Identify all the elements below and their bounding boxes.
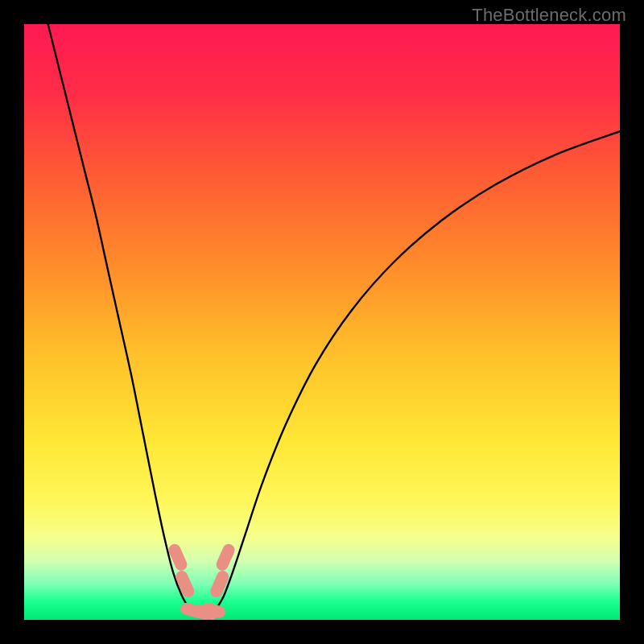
gradient-background bbox=[24, 24, 620, 620]
right-marker-upper bbox=[222, 550, 229, 564]
left-marker-upper bbox=[175, 550, 181, 564]
chart-svg bbox=[24, 24, 620, 620]
right-marker-lower bbox=[217, 577, 223, 592]
svg-line-2 bbox=[222, 550, 229, 564]
floor-marker-d bbox=[208, 609, 219, 612]
svg-line-7 bbox=[208, 609, 219, 612]
svg-line-1 bbox=[182, 577, 188, 592]
plot-area bbox=[24, 24, 620, 620]
watermark-text: TheBottleneck.com bbox=[472, 5, 626, 26]
chart-frame: TheBottleneck.com bbox=[0, 0, 644, 644]
svg-line-0 bbox=[175, 550, 181, 564]
svg-line-3 bbox=[217, 577, 223, 592]
left-marker-lower bbox=[182, 577, 188, 592]
